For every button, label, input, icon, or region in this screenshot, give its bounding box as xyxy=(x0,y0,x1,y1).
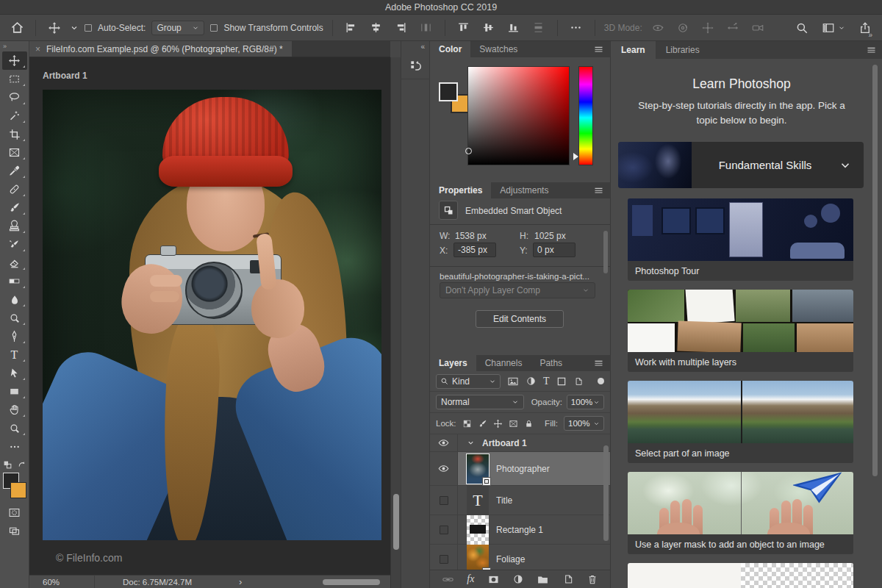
tab-properties[interactable]: Properties xyxy=(430,182,491,198)
panel-menu-button[interactable] xyxy=(593,182,610,198)
fundamental-skills-accordion[interactable]: Fundamental Skills xyxy=(618,142,864,188)
hue-slider-arrow[interactable] xyxy=(573,153,578,160)
edit-toolbar-button[interactable] xyxy=(2,437,27,456)
brush-tool[interactable] xyxy=(2,198,27,217)
layer-row-foliage[interactable]: Foliage xyxy=(430,545,610,570)
visibility-toggle[interactable] xyxy=(430,545,458,570)
align-right-edges-button[interactable] xyxy=(392,18,411,37)
close-icon[interactable]: × xyxy=(35,44,40,54)
scrollbar-thumb[interactable] xyxy=(603,445,609,541)
layer-row-rectangle[interactable]: Rectangle 1 xyxy=(430,515,610,545)
pen-tool[interactable] xyxy=(2,327,27,345)
layer-row-title[interactable]: T Title xyxy=(430,486,610,515)
layer-comp-dropdown[interactable]: Don't Apply Layer Comp xyxy=(440,282,595,298)
zoom-level-field[interactable]: 60% xyxy=(29,578,94,587)
background-color-swatch[interactable] xyxy=(10,482,26,498)
tab-color[interactable]: Color xyxy=(430,41,470,57)
crop-tool[interactable] xyxy=(2,125,27,143)
photographer-photo[interactable] xyxy=(43,90,381,540)
tutorial-card-layer-mask[interactable]: Use a layer mask to add an object to an … xyxy=(628,472,853,554)
lock-pixels-button[interactable] xyxy=(478,419,487,429)
add-layer-mask-button[interactable] xyxy=(487,573,500,586)
panel-menu-button[interactable] xyxy=(593,41,610,57)
spot-healing-brush-tool[interactable] xyxy=(2,180,27,198)
tab-adjustments[interactable]: Adjustments xyxy=(491,182,557,198)
tutorial-card-photoshop-tour[interactable]: Photoshop Tour xyxy=(628,198,853,281)
foreground-color-swatch[interactable] xyxy=(439,82,458,101)
rectangular-marquee-tool[interactable] xyxy=(2,70,27,88)
zoom-tool[interactable] xyxy=(2,419,27,437)
align-top-edges-button[interactable] xyxy=(454,18,473,37)
panel-menu-button[interactable] xyxy=(593,355,610,371)
toolbar-expand-arrows[interactable]: » xyxy=(0,43,6,51)
delete-layer-button[interactable] xyxy=(587,573,598,585)
vertical-scrollbar[interactable] xyxy=(390,57,401,588)
link-layers-button[interactable] xyxy=(442,573,454,586)
tutorial-card-partial[interactable] xyxy=(628,563,853,588)
tab-learn[interactable]: Learn xyxy=(611,41,656,59)
layer-thumbnail[interactable] xyxy=(467,545,489,570)
clone-stamp-tool[interactable] xyxy=(2,217,27,235)
tutorial-card-multiple-layers[interactable]: Work with multiple layers xyxy=(628,290,853,372)
align-horizontal-centers-button[interactable] xyxy=(367,18,386,37)
tab-paths[interactable]: Paths xyxy=(531,355,571,371)
filter-smart-objects-button[interactable] xyxy=(573,376,584,387)
horizontal-scrollbar[interactable] xyxy=(242,576,390,588)
expand-panels-arrows[interactable]: » xyxy=(868,31,872,39)
eyedropper-tool[interactable] xyxy=(2,162,27,180)
rectangle-tool[interactable] xyxy=(2,382,27,401)
filter-pixel-layers-button[interactable] xyxy=(507,376,519,387)
path-selection-tool[interactable] xyxy=(2,364,27,382)
tutorial-card-select-part[interactable]: Select part of an image xyxy=(628,381,853,463)
adjustment-layer-button[interactable] xyxy=(512,573,524,585)
history-panel-button[interactable] xyxy=(401,53,431,79)
layer-row-photographer[interactable]: Photographer xyxy=(430,452,610,486)
visibility-toggle[interactable] xyxy=(430,452,458,485)
filter-adjustment-layers-button[interactable] xyxy=(526,376,537,387)
color-cursor[interactable] xyxy=(465,148,472,154)
hue-slider[interactable] xyxy=(578,66,593,165)
tab-libraries[interactable]: Libraries xyxy=(656,41,710,59)
more-align-options-button[interactable] xyxy=(567,18,586,37)
canvas-area[interactable]: Artboard 1 © FileInfo.com xyxy=(29,57,390,575)
dodge-tool[interactable] xyxy=(2,309,27,327)
lock-transparent-button[interactable] xyxy=(462,419,472,429)
quick-mask-button[interactable] xyxy=(2,503,27,522)
layer-row-artboard[interactable]: Artboard 1 xyxy=(430,434,610,452)
3d-roll-button[interactable] xyxy=(673,18,692,37)
lock-artboard-button[interactable] xyxy=(509,419,518,429)
blur-tool[interactable] xyxy=(2,290,27,309)
history-brush-tool[interactable] xyxy=(2,235,27,254)
align-vertical-centers-button[interactable] xyxy=(479,18,498,37)
panel-menu-button[interactable] xyxy=(866,41,882,59)
auto-select-target-dropdown[interactable]: Group xyxy=(151,21,204,35)
current-tool-button[interactable] xyxy=(45,18,64,37)
scrollbar-thumb[interactable] xyxy=(603,231,608,273)
scrollbar-thumb[interactable] xyxy=(872,65,878,476)
frame-tool[interactable] xyxy=(2,143,27,162)
layer-thumbnail[interactable] xyxy=(467,515,489,545)
auto-select-checkbox[interactable] xyxy=(85,24,92,32)
layer-thumbnail[interactable] xyxy=(467,454,489,484)
filter-type-layers-button[interactable]: T xyxy=(543,376,550,387)
3d-orbit-button[interactable] xyxy=(648,18,667,37)
tab-layers[interactable]: Layers xyxy=(430,355,476,371)
blend-mode-dropdown[interactable]: Normal xyxy=(436,395,524,409)
screen-mode-button[interactable] xyxy=(2,522,27,540)
gradient-tool[interactable] xyxy=(2,272,27,290)
home-button[interactable] xyxy=(7,18,26,37)
eraser-tool[interactable] xyxy=(2,254,27,272)
3d-slide-button[interactable] xyxy=(723,18,742,37)
visibility-toggle[interactable] xyxy=(430,515,458,544)
visibility-toggle[interactable] xyxy=(430,486,458,514)
filter-toggle[interactable] xyxy=(598,378,604,384)
new-group-button[interactable] xyxy=(537,573,549,586)
show-transform-checkbox[interactable] xyxy=(210,24,218,32)
titlebar[interactable]: Adobe Photoshop CC 2019 xyxy=(0,0,882,15)
fill-field[interactable]: 100% xyxy=(564,416,604,431)
scrollbar-thumb[interactable] xyxy=(393,494,399,550)
distribute-vertically-button[interactable] xyxy=(529,18,548,37)
new-layer-button[interactable] xyxy=(562,573,574,585)
search-button[interactable] xyxy=(792,18,811,37)
filter-kind-dropdown[interactable]: Kind xyxy=(436,374,501,389)
